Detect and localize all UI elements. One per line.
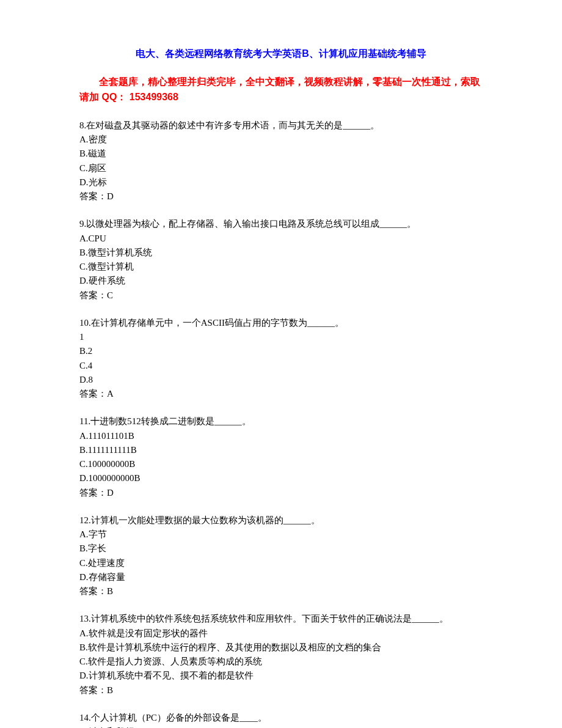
page-subtitle: 全套题库，精心整理并归类完毕，全中文翻译，视频教程讲解，零基础一次性通过，索取请… bbox=[79, 74, 483, 105]
question-block: 14.个人计算机（PC）必备的外部设备是____。 A.键盘和鼠标 B.显示器和… bbox=[79, 711, 483, 728]
question-stem: 9.以微处理器为核心，配上存储器、输入输出接口电路及系统总线可以组成______… bbox=[79, 217, 483, 231]
question-option: A.软件就是没有固定形状的器件 bbox=[79, 627, 483, 641]
question-option: A.键盘和鼠标 bbox=[79, 725, 483, 728]
question-stem: 11.十进制数512转换成二进制数是______。 bbox=[79, 414, 483, 428]
question-answer: 答案：D bbox=[79, 486, 483, 500]
question-block: 8.在对磁盘及其驱动器的叙述中有许多专用术语，而与其无关的是______。 A.… bbox=[79, 119, 483, 204]
question-block: 12.计算机一次能处理数据的最大位数称为该机器的______。 A.字节 B.字… bbox=[79, 513, 483, 599]
question-option: C.处理速度 bbox=[79, 556, 483, 570]
question-option: 1 bbox=[79, 330, 483, 344]
question-option: A.字节 bbox=[79, 528, 483, 542]
question-option: C.软件是指人力资源、人员素质等构成的系统 bbox=[79, 655, 483, 669]
question-option: B.字长 bbox=[79, 542, 483, 556]
question-option: B.微型计算机系统 bbox=[79, 246, 483, 260]
question-block: 9.以微处理器为核心，配上存储器、输入输出接口电路及系统总线可以组成______… bbox=[79, 217, 483, 303]
question-answer: 答案：A bbox=[79, 387, 483, 401]
question-option: D.存储容量 bbox=[79, 570, 483, 584]
question-answer: 答案：B bbox=[79, 584, 483, 598]
question-option: D.光标 bbox=[79, 175, 483, 189]
question-option: B.2 bbox=[79, 344, 483, 358]
page-title: 电大、各类远程网络教育统考大学英语B、计算机应用基础统考辅导 bbox=[79, 46, 483, 62]
question-option: C.100000000B bbox=[79, 457, 483, 471]
question-block: 13.计算机系统中的软件系统包括系统软件和应用软件。下面关于软件的正确说法是__… bbox=[79, 612, 483, 697]
question-option: C.4 bbox=[79, 359, 483, 373]
question-option: D.1000000000B bbox=[79, 471, 483, 485]
question-option: A.CPU bbox=[79, 232, 483, 246]
question-answer: 答案：B bbox=[79, 683, 483, 697]
question-stem: 12.计算机一次能处理数据的最大位数称为该机器的______。 bbox=[79, 513, 483, 528]
question-stem: 13.计算机系统中的软件系统包括系统软件和应用软件。下面关于软件的正确说法是__… bbox=[79, 612, 483, 626]
question-option: C.微型计算机 bbox=[79, 260, 483, 274]
question-option: C.扇区 bbox=[79, 161, 483, 175]
question-option: A.111011101B bbox=[79, 429, 483, 443]
question-option: D.硬件系统 bbox=[79, 274, 483, 288]
question-stem: 10.在计算机存储单元中，一个ASCII码值占用的字节数为______。 bbox=[79, 316, 483, 330]
question-option: B.1111111111B bbox=[79, 443, 483, 457]
question-block: 10.在计算机存储单元中，一个ASCII码值占用的字节数为______。 1 B… bbox=[79, 316, 483, 402]
question-block: 11.十进制数512转换成二进制数是______。 A.111011101B B… bbox=[79, 414, 483, 500]
question-stem: 8.在对磁盘及其驱动器的叙述中有许多专用术语，而与其无关的是______。 bbox=[79, 119, 483, 133]
question-answer: 答案：C bbox=[79, 289, 483, 303]
question-option: B.软件是计算机系统中运行的程序、及其使用的数据以及相应的文档的集合 bbox=[79, 641, 483, 655]
question-option: D.8 bbox=[79, 373, 483, 387]
question-option: D.计算机系统中看不见、摸不着的都是软件 bbox=[79, 669, 483, 683]
question-option: B.磁道 bbox=[79, 147, 483, 161]
question-option: A.密度 bbox=[79, 133, 483, 147]
question-answer: 答案：D bbox=[79, 189, 483, 204]
question-stem: 14.个人计算机（PC）必备的外部设备是____。 bbox=[79, 711, 483, 725]
